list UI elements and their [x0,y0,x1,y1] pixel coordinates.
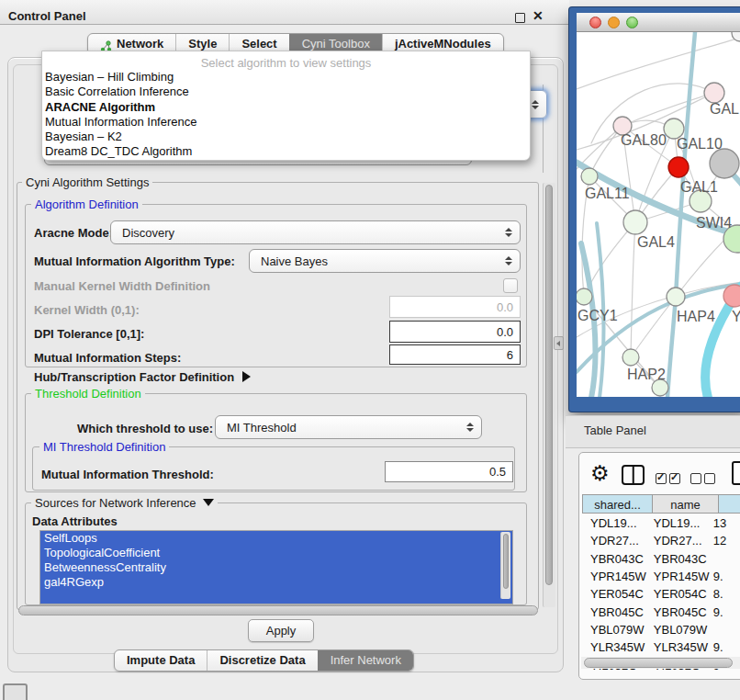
dock-restore-icon[interactable] [3,683,28,700]
network-node[interactable] [622,349,639,366]
tab-infer-network-label: Infer Network [331,650,401,671]
mi-threshold-value: 0.5 [489,465,506,479]
new-file-icon[interactable] [732,461,740,485]
which-threshold-combo[interactable]: MI Threshold [215,415,482,439]
table-row[interactable]: YBL079WYBL079W [582,621,740,638]
algorithm-option[interactable]: Basic Correlation Inference [42,85,530,99]
network-node[interactable] [710,149,739,178]
data-attribute-item[interactable]: TopologicalCoefficient [40,546,512,560]
table-row[interactable]: YLR345WYLR345W9. [582,638,740,656]
tab-impute-data[interactable]: Impute Data [115,650,207,671]
network-node-label: SWI4 [696,215,732,231]
split-columns-icon[interactable] [622,465,645,485]
settings-horizontal-scrollbar[interactable] [18,605,538,615]
table-row[interactable]: YER054CYER054C8. [582,585,740,603]
network-node-label: GAL11 [585,186,630,201]
network-node-label: GCY1 [577,308,618,323]
table-row[interactable]: YPR145WYPR145W9. [582,568,740,585]
network-node-label: GAL10 [677,136,723,152]
attributes-list-scrollbar[interactable] [500,532,510,599]
data-attribute-item[interactable] [40,590,512,604]
apply-button-label: Apply [266,624,297,638]
network-edge [631,222,635,357]
mi-type-combo[interactable]: Naive Bayes [249,249,521,273]
algorithm-option[interactable]: Bayesian – Hill Climbing [42,70,530,85]
settings-vertical-scrollbar-thumb[interactable] [545,185,553,585]
network-node[interactable] [723,285,740,307]
close-icon[interactable]: ✕ [533,8,544,23]
column-header-name[interactable]: name [653,494,719,514]
select-all-icon[interactable] [656,471,683,488]
algorithm-options-list: Bayesian – Hill ClimbingBasic Correlatio… [42,70,530,160]
network-edge [667,297,676,397]
network-node[interactable] [704,83,724,103]
mi-steps-field[interactable]: 6 [389,344,521,365]
table-cell: 9. [710,605,740,619]
panel-splitter-handle[interactable] [554,336,564,350]
network-node[interactable] [668,157,689,177]
network-canvas[interactable]: GALGAL80GAL10GAL1GAL11SWI4GAL4GCY1HAP4YH… [577,32,740,397]
close-traffic-light-icon[interactable] [589,17,601,28]
network-node[interactable] [581,168,598,185]
data-attributes-list[interactable]: SelfLoopsTopologicalCoefficientBetweenne… [39,530,513,604]
data-attribute-item[interactable]: gal4RGexp [40,575,512,590]
table-cell: 9. [710,640,740,654]
combo-stepper-icon [505,256,512,265]
column-header-clipped[interactable] [719,494,740,514]
apply-button[interactable]: Apply [248,619,314,642]
algorithm-option[interactable]: ARACNE Algorithm [42,100,530,115]
data-attribute-item[interactable]: SelfLoops [40,531,512,546]
settings-vertical-scrollbar[interactable] [543,183,555,607]
network-node[interactable] [667,288,685,306]
network-node[interactable] [623,210,647,234]
dpi-tolerance-field[interactable]: 0.0 [389,321,521,343]
table-cell: 9. [710,570,740,583]
network-window-titlebar[interactable] [577,13,740,32]
sources-group-header[interactable]: Sources for Network Inference [31,496,218,510]
minimize-traffic-light-icon[interactable] [608,17,620,28]
table-row[interactable]: YDR27...YDR27...12 [582,532,740,549]
tab-discretize-data[interactable]: Discretize Data [207,650,317,671]
attributes-list-scrollbar-thumb[interactable] [503,534,509,589]
table-row[interactable]: YDL19...YDL19...13 [582,514,740,532]
mi-threshold-field[interactable]: 0.5 [385,461,513,482]
mi-threshold-label: Mutual Information Threshold: [41,468,214,481]
network-node-label: GAL1 [680,179,718,195]
data-attribute-item[interactable]: BetweennessCentrality [40,560,512,575]
combo-stepper-icon [532,100,539,109]
tab-infer-network[interactable]: Infer Network [318,650,413,671]
table-row[interactable]: YBR045CYBR045C9. [582,603,740,620]
manual-kernel-checkbox[interactable] [503,278,518,293]
kernel-width-value: 0.0 [497,300,513,314]
network-view-window[interactable]: GALGAL80GAL10GAL1GAL11SWI4GAL4GCY1HAP4YH… [569,7,740,412]
algorithm-dropdown-popup: Select algorithm to view settings Bayesi… [41,51,531,161]
table-horizontal-scrollbar-thumb[interactable] [584,658,733,668]
which-threshold-value: MI Threshold [227,421,297,435]
gear-icon[interactable]: ⚙ [590,461,610,486]
column-header-shared-name[interactable]: shared... [582,494,653,514]
network-node[interactable] [577,288,592,305]
table-cell: YBL079W [582,623,648,637]
table-cell: YLR345W [582,640,648,654]
manual-kernel-label: Manual Kernel Width Definition [34,279,210,293]
kernel-width-field[interactable]: 0.0 [389,296,521,318]
sources-group-title: Sources for Network Inference [35,496,196,510]
table-horizontal-scrollbar[interactable] [581,657,740,669]
table-header-row: shared... name [582,494,740,514]
algorithm-option[interactable]: Bayesian – K2 [42,130,530,144]
algorithm-option[interactable]: Dream8 DC_TDC Algorithm [42,144,530,159]
float-window-icon[interactable] [515,13,525,23]
algorithm-option[interactable]: Mutual Information Inference [42,115,530,130]
tab-discretize-data-label: Discretize Data [219,650,305,671]
network-graph: GALGAL80GAL10GAL1GAL11SWI4GAL4GCY1HAP4YH… [577,32,740,397]
deselect-all-icon[interactable] [690,471,718,488]
table-row[interactable]: YBR043CYBR043C [582,550,740,568]
network-node-label: GAL4 [637,234,675,250]
table-body: YDL19...YDL19...13YDR27...YDR27...12YBR0… [582,514,740,674]
mi-steps-value: 6 [507,348,513,362]
hub-section-toggle[interactable]: Hub/Transcription Factor Definition [34,370,251,384]
dropdown-placeholder: Select algorithm to view settings [42,51,530,70]
aracne-mode-combo[interactable]: Discovery [110,220,521,244]
zoom-traffic-light-icon[interactable] [626,17,638,28]
table-cell: YLR345W [648,640,710,654]
